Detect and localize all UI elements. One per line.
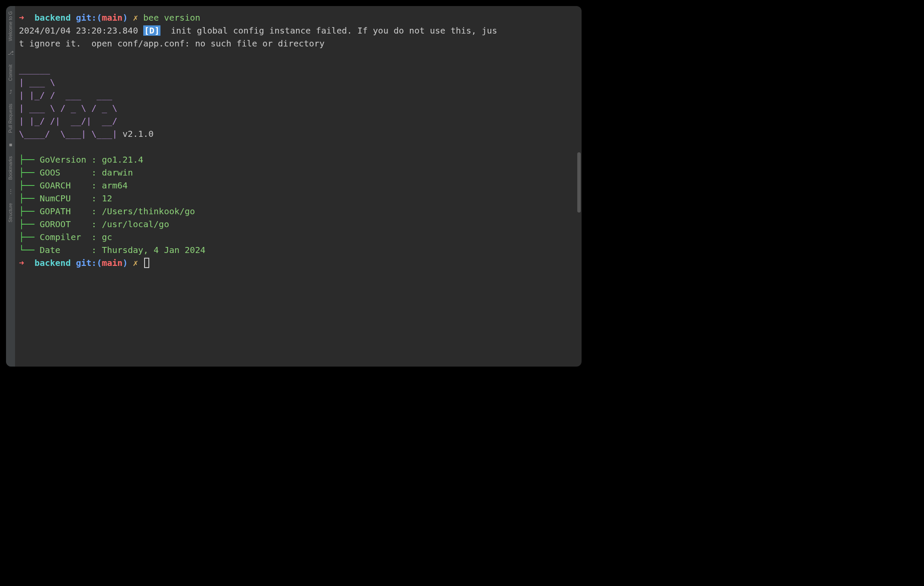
prompt-git-close: ) <box>123 258 128 268</box>
tree-branch-icon: ├── <box>19 193 34 204</box>
prompt-git-close: ) <box>123 12 128 23</box>
prompt-dirty-icon: ✗ <box>133 12 138 23</box>
prompt-dirty-icon: ✗ <box>133 258 138 268</box>
sidebar-tab-bookmarks[interactable]: Bookmarks <box>6 151 15 185</box>
info-key: GOARCH <box>40 180 86 191</box>
sidebar-tab-pullrequests[interactable]: Pull Requests <box>6 99 15 138</box>
info-value: /Users/thinkook/go <box>102 206 195 216</box>
sidebar-tab-commit[interactable]: Commit <box>6 59 15 86</box>
ide-sidebar: Welcome to G ⎇ Commit ⤴ Pull Requests ◼ … <box>6 6 15 367</box>
info-colon: : <box>86 206 102 216</box>
info-colon: : <box>86 154 102 165</box>
prompt-arrow: ➜ <box>19 258 24 268</box>
info-value: gc <box>102 232 112 242</box>
info-key: NumCPU <box>40 193 86 204</box>
ascii-art-line: | |_/ /| __/| __/ <box>19 116 117 126</box>
info-colon: : <box>86 232 102 242</box>
prompt-directory: backend <box>34 12 71 23</box>
info-value: 12 <box>102 193 112 204</box>
prompt-git-label: git:( <box>76 12 102 23</box>
sidebar-tab-welcome[interactable]: Welcome to G <box>6 6 15 46</box>
info-colon: : <box>86 167 102 178</box>
ascii-art-line: | ___ \ / _ \ / _ \ <box>19 103 117 113</box>
sidebar-tab-structure[interactable]: Structure <box>6 198 15 228</box>
log-timestamp: 2024/01/04 23:20:23.840 <box>19 25 138 36</box>
tree-branch-icon: ├── <box>19 206 34 216</box>
info-key: Compiler <box>40 232 86 242</box>
prompt-git-branch: main <box>102 258 123 268</box>
info-key: GOPATH <box>40 206 86 216</box>
tree-branch-icon: ├── <box>19 219 34 229</box>
info-key: GoVersion <box>40 154 86 165</box>
command-text: bee version <box>143 12 200 23</box>
tree-branch-icon: ├── <box>19 180 34 191</box>
info-colon: : <box>86 193 102 204</box>
prompt-arrow: ➜ <box>19 12 24 23</box>
bookmark-icon[interactable]: ◼ <box>9 138 12 151</box>
ascii-art-line: | ___ \ <box>19 77 55 87</box>
tree-branch-icon: ├── <box>19 167 34 178</box>
terminal-window: Welcome to G ⎇ Commit ⤴ Pull Requests ◼ … <box>6 6 582 367</box>
ascii-art-line: \____/ \___| \___| <box>19 129 117 139</box>
prompt-directory: backend <box>34 258 71 268</box>
info-value: darwin <box>102 167 133 178</box>
info-key: GOROOT <box>40 219 86 229</box>
info-value: arm64 <box>102 180 128 191</box>
info-value: /usr/local/go <box>102 219 169 229</box>
terminal-cursor[interactable] <box>144 258 149 268</box>
info-value: Thursday, 4 Jan 2024 <box>102 245 206 255</box>
info-colon: : <box>86 180 102 191</box>
prompt-git-label: git:( <box>76 258 102 268</box>
ascii-art-line: ______ <box>19 64 50 74</box>
tree-branch-last-icon: └── <box>19 245 34 255</box>
info-value: go1.21.4 <box>102 154 143 165</box>
info-key: Date <box>40 245 86 255</box>
log-level-badge: [D] <box>143 25 160 36</box>
commit-icon[interactable]: ⎇ <box>8 46 14 59</box>
info-colon: : <box>86 245 102 255</box>
terminal-output[interactable]: ➜ backend git:(main) ✗ bee version 2024/… <box>15 6 582 367</box>
info-colon: : <box>86 219 102 229</box>
prompt-git-branch: main <box>102 12 123 23</box>
bee-version: v2.1.0 <box>117 129 154 139</box>
info-key: GOOS <box>40 167 86 178</box>
structure-icon[interactable]: ⋮ <box>8 185 13 198</box>
log-message-2: t ignore it. open conf/app.conf: no such… <box>19 38 324 49</box>
pull-request-icon[interactable]: ⤴ <box>9 86 12 99</box>
scrollbar-thumb[interactable] <box>577 152 581 213</box>
log-message-1: init global config instance failed. If y… <box>166 25 497 36</box>
ascii-art-line: | |_/ / ___ ___ <box>19 90 112 100</box>
tree-branch-icon: ├── <box>19 154 34 165</box>
tree-branch-icon: ├── <box>19 232 34 242</box>
